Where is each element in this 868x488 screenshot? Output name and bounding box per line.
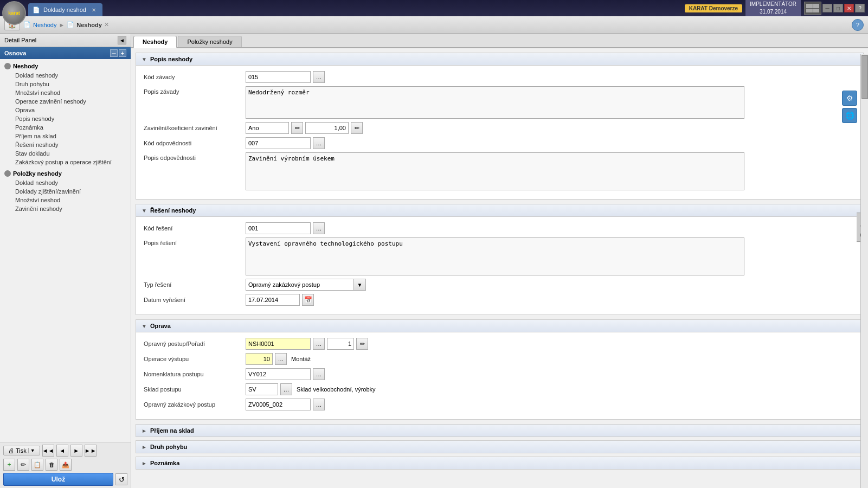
export-btn[interactable]: 📤 <box>60 459 72 471</box>
tree-item[interactable]: Operace zavinění neshody <box>0 97 131 106</box>
print-button[interactable]: 🖨 Tisk ▼ <box>3 446 40 455</box>
tab-neshody[interactable]: Neshody <box>133 36 177 48</box>
zavineni-input[interactable] <box>246 122 289 134</box>
nomenklatura-ellipsis-btn[interactable]: … <box>313 368 325 380</box>
minimize-button[interactable]: ─ <box>822 4 832 12</box>
poznamka-header[interactable]: ► Poznámka <box>136 457 863 469</box>
opravny-postup-ellipsis-btn[interactable]: … <box>313 338 325 350</box>
breadcrumb-close-icon[interactable]: ✕ <box>104 21 109 28</box>
poradi-edit-btn[interactable]: ✏ <box>356 338 368 350</box>
help-button[interactable]: ? <box>855 4 865 12</box>
maximize-button[interactable]: □ <box>833 4 843 12</box>
popis-zavady-textarea[interactable]: Nedodržený rozměr <box>246 86 744 119</box>
reseni-arrow-down: ▼ <box>142 208 147 214</box>
delete-btn[interactable]: 🗑 <box>46 459 57 471</box>
druh-pohybu-section: ► Druh pohybu <box>136 440 864 453</box>
popis-reseni-textarea[interactable]: Vystavení opravného technologického post… <box>246 237 744 275</box>
tree-group-label-neshody[interactable]: Neshody <box>0 61 131 71</box>
nav-prev-btn[interactable]: ◄ <box>56 445 68 457</box>
gear-action-btn[interactable]: ⚙ <box>842 91 857 106</box>
prijem-na-sklad-header[interactable]: ► Příjem na sklad <box>136 425 863 436</box>
typ-reseni-dropdown-arrow[interactable]: ▼ <box>354 279 366 291</box>
oprava-header[interactable]: ▼ Oprava <box>136 320 863 332</box>
tree-item[interactable]: Příjem na sklad <box>0 132 131 140</box>
tree-item[interactable]: Zavinění neshody <box>0 204 131 213</box>
nav-first-btn[interactable]: ◄◄ <box>42 445 54 457</box>
kod-zavady-input[interactable] <box>246 71 311 83</box>
tree-item[interactable]: Doklad neshody <box>0 178 131 187</box>
tree-item[interactable]: Doklad neshody <box>0 71 131 80</box>
oprava-arrow-down: ▼ <box>142 323 147 329</box>
karat-logo: karat <box>2 1 26 25</box>
popis-neshody-header[interactable]: ▼ Popis neshody <box>136 53 863 66</box>
copy-btn[interactable]: 📋 <box>31 459 43 471</box>
popis-reseni-label: Popis řešení <box>144 237 241 246</box>
globe-action-btn[interactable]: 🌐 <box>842 108 857 123</box>
typ-reseni-select[interactable]: Opravný zakázkový postup <box>246 279 354 291</box>
tree-item[interactable]: Zakázkový postup a operace zjištění <box>0 158 131 166</box>
breadcrumb-link-1[interactable]: Neshody <box>33 22 56 28</box>
datum-vyreseni-input[interactable] <box>246 294 300 306</box>
form-content: ⚙ 🌐 ▼ Popis neshody Kód závady … <box>131 48 868 488</box>
content-tabs: Neshody Položky neshody <box>131 34 868 48</box>
reseni-ellipsis-btn[interactable]: … <box>313 222 325 234</box>
tree-item[interactable]: Popis neshody <box>0 114 131 123</box>
kod-odpovednosti-input[interactable] <box>246 137 311 149</box>
koef-edit-btn[interactable]: ✏ <box>351 122 363 134</box>
nav-next-btn[interactable]: ► <box>70 445 82 457</box>
breadcrumb-link-2[interactable]: Neshody <box>76 22 101 28</box>
help-circle-btn[interactable]: ? <box>852 19 864 31</box>
scrollbar-thumb[interactable] <box>861 55 868 99</box>
calendar-btn[interactable]: 📅 <box>302 294 314 306</box>
odpovednosti-ellipsis-btn[interactable]: … <box>313 137 325 149</box>
scrollbar-track[interactable] <box>860 54 868 488</box>
tree-item[interactable]: Množství neshod <box>0 196 131 204</box>
breadcrumb-sep: ► <box>59 22 65 28</box>
refresh-btn[interactable]: ↺ <box>115 473 127 485</box>
kod-zavady-ellipsis-btn[interactable]: … <box>313 71 325 83</box>
datum-vyreseni-label: Datum vyřešení <box>144 297 241 303</box>
druh-pohybu-header[interactable]: ► Druh pohybu <box>136 441 863 453</box>
save-btn[interactable]: Ulož <box>3 473 113 486</box>
nav-last-btn[interactable]: ►► <box>85 445 97 457</box>
edit-btn-footer[interactable]: ✏ <box>17 459 29 471</box>
user-info: IMPLEMENTÁTOR 31.07.2014 <box>745 0 801 16</box>
tree-item[interactable]: Řešení neshody <box>0 140 131 149</box>
opravny-zakaz-input[interactable] <box>246 399 311 410</box>
opravny-zakaz-ellipsis-btn[interactable]: … <box>313 399 325 410</box>
tree-item[interactable]: Množství neshod <box>0 88 131 97</box>
tree-item[interactable]: Doklady zjištění/zavinění <box>0 187 131 196</box>
popis-odpovednosti-textarea[interactable]: Zavinění výrobním úsekem <box>246 152 744 190</box>
section-plus-btn[interactable]: + <box>119 49 126 57</box>
prijem-arrow-right: ► <box>142 428 147 434</box>
operace-vystupu-ellipsis-btn[interactable]: … <box>275 353 287 365</box>
panel-collapse-btn[interactable]: ◄ <box>118 36 126 44</box>
tab-close-icon[interactable]: ✕ <box>92 7 96 13</box>
reseni-neshody-header[interactable]: ▼ Řešení neshody <box>136 204 863 217</box>
sklad-postupu-ellipsis-btn[interactable]: … <box>280 383 292 395</box>
zavineni-label: Zavinění/koeficient zavinění <box>144 125 241 131</box>
operace-vystupu-label: Operace výstupu <box>144 356 241 362</box>
tree-item[interactable]: Oprava <box>0 106 131 114</box>
add-btn[interactable]: + <box>3 459 15 471</box>
kod-reseni-input[interactable] <box>246 222 311 234</box>
opravny-postup-input[interactable] <box>246 338 311 350</box>
kod-zavady-label: Kód závady <box>144 74 241 80</box>
zavineni-edit-btn[interactable]: ✏ <box>291 122 303 134</box>
section-minus-btn[interactable]: ─ <box>110 49 118 57</box>
sklad-postupu-input[interactable] <box>246 383 278 395</box>
tree-item[interactable]: Druh pohybu <box>0 80 131 88</box>
nomenklatura-input[interactable] <box>246 368 311 380</box>
tab-polozky-neshody[interactable]: Položky neshody <box>178 36 241 47</box>
tree-item[interactable]: Stav dokladu <box>0 149 131 158</box>
popis-zavady-label: Popis závady <box>144 86 241 95</box>
druh-arrow-right: ► <box>142 444 147 450</box>
app-tab[interactable]: 📄 Doklady neshod ✕ <box>28 3 102 16</box>
close-button[interactable]: ✕ <box>844 4 854 12</box>
zavineni-koef-input[interactable] <box>305 122 349 134</box>
poradi-input[interactable] <box>327 338 354 350</box>
operace-vystupu-input[interactable] <box>246 353 273 365</box>
print-dropdown-arrow[interactable]: ▼ <box>28 448 35 453</box>
tree-item[interactable]: Poznámka <box>0 123 131 132</box>
tree-group-label-polozky[interactable]: Položky neshody <box>0 169 131 178</box>
